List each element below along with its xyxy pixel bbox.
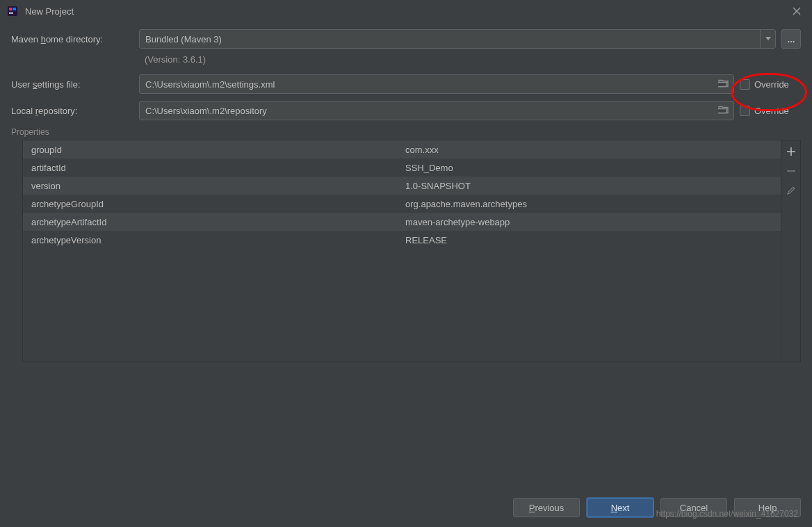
properties-table-container: groupIdcom.xxxartifactIdSSH_Demoversion1…: [22, 140, 801, 362]
next-button[interactable]: Next: [587, 498, 653, 517]
dialog-content: Maven home directory: Bundled (Maven 3) …: [0, 22, 812, 362]
property-key: archetypeGroupId: [31, 199, 405, 209]
table-row[interactable]: artifactIdSSH_Demo: [23, 159, 781, 177]
svg-rect-1: [9, 8, 12, 10]
local-repo-input[interactable]: C:\Users\xiaom\.m2\repository: [139, 101, 734, 120]
local-repo-override: Override: [740, 106, 801, 116]
plus-icon[interactable]: [784, 145, 798, 159]
property-key: groupId: [31, 145, 405, 155]
window-title: New Project: [25, 6, 788, 17]
maven-home-value: Bundled (Maven 3): [145, 34, 222, 44]
close-icon[interactable]: [788, 3, 805, 19]
browse-maven-home-button[interactable]: ...: [781, 29, 801, 49]
override-label: Override: [754, 106, 789, 116]
pencil-icon[interactable]: [784, 184, 798, 197]
property-value: SSH_Demo: [405, 163, 781, 173]
properties-section-label: Properties: [11, 127, 801, 137]
user-settings-input[interactable]: C:\Users\xiaom\.m2\settings.xml: [139, 74, 734, 94]
svg-rect-2: [13, 8, 16, 10]
help-button[interactable]: Help: [734, 498, 801, 517]
cancel-button[interactable]: Cancel: [660, 498, 727, 517]
local-repo-override-checkbox[interactable]: [740, 106, 750, 116]
local-repo-value: C:\Users\xiaom\.m2\repository: [145, 106, 267, 116]
svg-rect-3: [9, 13, 13, 14]
user-settings-override-checkbox[interactable]: [740, 79, 750, 90]
property-key: archetypeVersion: [31, 235, 405, 245]
maven-home-label: Maven home directory:: [11, 34, 139, 44]
property-value: org.apache.maven.archetypes: [405, 199, 781, 209]
property-value: 1.0-SNAPSHOT: [405, 181, 781, 191]
property-value: maven-archetype-webapp: [405, 217, 781, 227]
table-row[interactable]: version1.0-SNAPSHOT: [23, 177, 781, 195]
table-row[interactable]: archetypeVersionRELEASE: [23, 231, 781, 249]
app-icon: [7, 6, 18, 17]
titlebar: New Project: [0, 0, 812, 22]
chevron-down-icon: [760, 30, 775, 48]
properties-toolbar: [781, 140, 800, 362]
previous-button[interactable]: Previous: [513, 498, 580, 517]
table-row[interactable]: groupIdcom.xxx: [23, 140, 781, 159]
property-value: RELEASE: [405, 235, 781, 245]
property-key: archetypeArtifactId: [31, 217, 405, 227]
dialog-footer: Previous Next Cancel Help: [513, 498, 801, 517]
local-repo-label: Local repository:: [11, 106, 139, 116]
table-row[interactable]: archetypeArtifactIdmaven-archetype-webap…: [23, 213, 781, 231]
maven-version-text: (Version: 3.6.1): [139, 54, 801, 65]
override-label: Override: [754, 79, 789, 90]
property-key: artifactId: [31, 163, 405, 173]
property-key: version: [31, 181, 405, 191]
folder-open-icon[interactable]: [718, 79, 729, 90]
minus-icon[interactable]: [784, 164, 798, 178]
properties-table: groupIdcom.xxxartifactIdSSH_Demoversion1…: [23, 140, 781, 362]
user-settings-value: C:\Users\xiaom\.m2\settings.xml: [145, 79, 275, 90]
folder-open-icon[interactable]: [718, 105, 729, 117]
maven-home-dropdown[interactable]: Bundled (Maven 3): [139, 29, 776, 49]
property-value: com.xxx: [405, 145, 781, 155]
user-settings-override: Override: [740, 79, 801, 90]
user-settings-label: User settings file:: [11, 79, 139, 90]
table-row[interactable]: archetypeGroupIdorg.apache.maven.archety…: [23, 195, 781, 213]
